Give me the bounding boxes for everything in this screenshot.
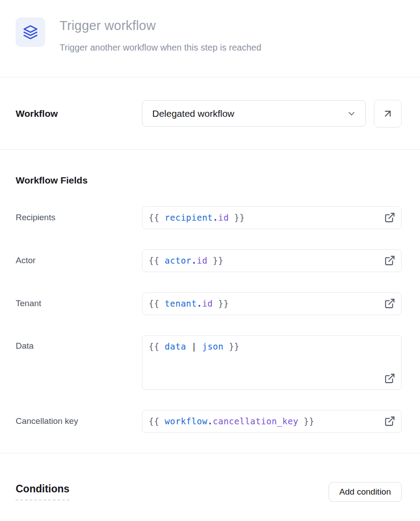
chevron-down-icon [347,109,356,119]
workflow-select-value: Delegated workflow [152,108,234,119]
conditions-section: Conditions Add condition [16,482,402,502]
workflow-label: Workflow [16,108,58,119]
field-label: Data [16,335,142,351]
arrow-up-right-icon [382,108,394,120]
layers-icon [16,17,45,47]
field-row: Data {{ data | json }} [16,335,402,390]
workflow-label-col: Workflow [16,108,142,119]
field-label: Cancellation key [16,416,142,426]
field-label: Tenant [16,299,142,308]
field-code-input[interactable]: {{ actor.id }} [142,249,402,272]
field-code-value: {{ recipient.id }} [142,213,268,222]
field-code-value: {{ data | json }} [142,336,263,351]
open-workflow-button[interactable] [374,100,402,128]
field-code-input[interactable]: {{ recipient.id }} [142,206,402,229]
field-label: Recipients [16,213,142,222]
divider [0,149,420,149]
field-code-input[interactable]: {{ workflow.cancellation_key }} [142,410,402,433]
field-row: Recipients {{ recipient.id }} [16,206,402,229]
field-row: Tenant {{ tenant.id }} [16,292,402,315]
add-condition-button[interactable]: Add condition [329,482,402,502]
fields-rows: Recipients {{ recipient.id }} Actor {{ a… [16,206,402,433]
workflow-section: Workflow Delegated workflow [16,77,402,149]
field-code-value: {{ workflow.cancellation_key }} [142,416,338,426]
external-link-icon[interactable] [384,255,395,266]
field-code-value: {{ actor.id }} [142,256,247,265]
step-title[interactable]: Trigger workflow [60,17,261,33]
field-code-input[interactable]: {{ tenant.id }} [142,292,402,315]
field-row: Actor {{ actor.id }} [16,249,402,272]
divider [0,453,420,453]
header-text: Trigger workflow Trigger another workflo… [60,17,261,53]
workflow-controls: Delegated workflow [142,100,402,128]
workflow-fields-heading: Workflow Fields [16,175,402,186]
field-code-input[interactable]: {{ data | json }} [142,335,402,390]
field-row: Cancellation key {{ workflow.cancellatio… [16,410,402,433]
workflow-select[interactable]: Delegated workflow [142,100,366,127]
field-code-value: {{ tenant.id }} [142,299,252,308]
external-link-icon[interactable] [384,373,395,384]
trigger-workflow-panel: Trigger workflow Trigger another workflo… [0,0,420,521]
external-link-icon[interactable] [384,212,395,223]
conditions-heading: Conditions [16,483,69,500]
panel-header: Trigger workflow Trigger another workflo… [16,0,402,77]
step-subtitle: Trigger another workflow when this step … [60,43,261,53]
workflow-fields-section: Workflow Fields Recipients {{ recipient.… [16,175,402,433]
field-label: Actor [16,256,142,265]
external-link-icon[interactable] [384,416,395,427]
external-link-icon[interactable] [384,298,395,309]
layers-icon-glyph [23,25,38,40]
